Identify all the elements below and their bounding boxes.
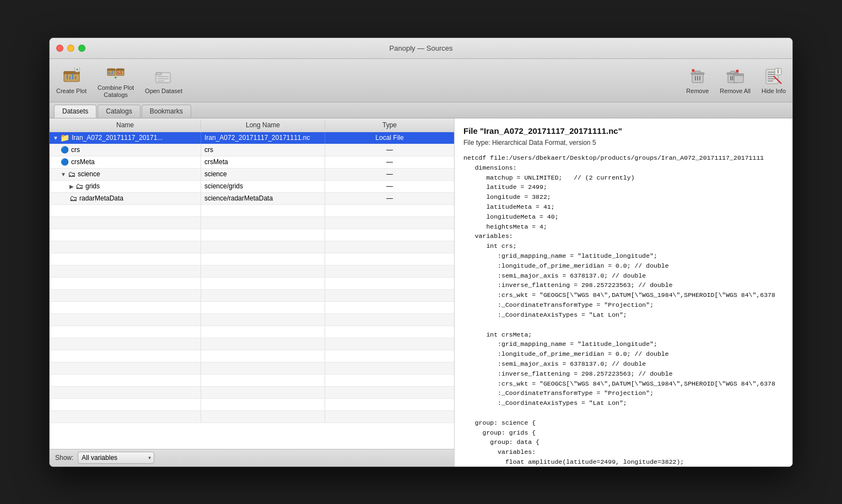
svg-rect-26 [695, 71, 700, 73]
open-dataset-icon [153, 66, 174, 86]
tree-row-empty [50, 265, 454, 278]
tree-cell-type: — [325, 181, 454, 192]
tree-row[interactable]: 🗂 radarMetaData science/radarMetaData — [50, 193, 454, 205]
tree-row-empty [50, 387, 454, 399]
tabs-bar: Datasets Catalogs Bookmarks [50, 102, 792, 118]
tree-row-empty [50, 314, 454, 326]
tree-row-empty [50, 302, 454, 314]
create-plot-button[interactable]: + Create Plot [56, 66, 87, 95]
combine-plot-button[interactable]: + Combine Plot Catalogs [98, 62, 134, 99]
open-dataset-button[interactable]: Open Dataset [145, 66, 182, 95]
tree-row-empty [50, 350, 454, 362]
remove-all-label: Remove All [720, 88, 751, 95]
window-title: Panoply — Sources [390, 44, 453, 52]
svg-rect-20 [156, 73, 161, 75]
expand-arrow-icon: ▶ [69, 183, 74, 189]
svg-rect-23 [158, 80, 164, 82]
svg-rect-11 [116, 69, 124, 71]
svg-text:i: i [778, 68, 779, 74]
svg-rect-43 [768, 80, 773, 82]
tree-row-empty [50, 375, 454, 387]
tree-row-empty [50, 229, 454, 241]
group-icon: 🗂 [68, 170, 75, 178]
group-icon: 🗂 [69, 194, 77, 203]
tree-cell-name: 🗂 radarMetaData [50, 193, 201, 204]
tab-catalogs[interactable]: Catalogs [98, 105, 140, 118]
info-code: netcdf file:/Users/dbekaert/Desktop/prod… [463, 153, 784, 467]
remove-all-icon [725, 66, 746, 86]
tree-cell-name: 🔵 crsMeta [50, 156, 201, 168]
combine-plot-label: Combine Plot Catalogs [98, 84, 134, 99]
tree-cell-name: ▶ 🗂 grids [50, 181, 201, 192]
tree-cell-name: ▼ 📁 Iran_A072_20171117_20171... [50, 132, 201, 144]
tree-row-empty [50, 253, 454, 265]
tab-bookmarks[interactable]: Bookmarks [142, 105, 191, 118]
show-select-wrapper[interactable]: All variables Coordinate variables Data … [78, 452, 154, 464]
titlebar: Panoply — Sources [50, 38, 792, 59]
svg-rect-36 [734, 75, 743, 83]
close-button[interactable] [56, 45, 63, 52]
remove-icon [687, 66, 708, 86]
info-panel: File "Iran_A072_20171117_20171111.nc" Fi… [455, 118, 792, 467]
tree-row[interactable]: 🔵 crs crs — [50, 144, 454, 156]
info-filetype: File type: Hierarchical Data Format, ver… [463, 139, 784, 147]
variable-icon: 🔵 [61, 158, 69, 166]
tree-row[interactable]: ▶ 🗂 grids science/grids — [50, 181, 454, 193]
bottom-bar: Show: All variables Coordinate variables… [50, 449, 454, 467]
hide-info-button[interactable]: i Hide Info [762, 66, 786, 95]
expand-arrow-icon: ▼ [61, 171, 66, 177]
tree-row[interactable]: ▼ 📁 Iran_A072_20171117_20171... Iran_A07… [50, 132, 454, 144]
remove-label: Remove [686, 88, 709, 95]
show-label: Show: [55, 454, 73, 462]
tree-row-empty [50, 411, 454, 423]
tab-datasets[interactable]: Datasets [54, 105, 96, 118]
expand-arrow-icon: ▼ [53, 135, 58, 141]
tree-cell-name: 🔵 crs [50, 144, 201, 156]
col-type: Type [325, 120, 454, 130]
remove-button[interactable]: Remove [686, 66, 709, 95]
svg-rect-9 [107, 69, 115, 71]
tree-cell-longname: science [201, 169, 325, 180]
svg-rect-41 [768, 76, 774, 77]
tree-row-empty [50, 338, 454, 350]
tree-cell-longname: science/radarMetaData [201, 193, 325, 204]
combine-plot-icon: + [105, 62, 126, 83]
tree-header: Name Long Name Type [50, 118, 454, 132]
tree-row-empty [50, 278, 454, 290]
minimize-button[interactable] [67, 45, 74, 52]
show-select[interactable]: All variables Coordinate variables Data … [78, 452, 154, 464]
svg-rect-32 [731, 71, 735, 73]
main-window: Panoply — Sources + Create Plot [49, 37, 793, 467]
tree-row-empty [50, 205, 454, 217]
create-plot-label: Create Plot [56, 88, 87, 95]
svg-text:+: + [75, 67, 78, 72]
tree-cell-type: — [325, 169, 454, 180]
variable-icon: 🔵 [61, 146, 69, 154]
toolbar-right: Remove [686, 66, 786, 95]
remove-all-button[interactable]: Remove All [720, 66, 751, 95]
col-longname: Long Name [201, 120, 325, 130]
tree-cell-type: Local File [325, 132, 454, 144]
create-plot-icon: + [61, 66, 82, 86]
hide-info-icon: i [763, 66, 784, 86]
main-content: Name Long Name Type ▼ 📁 Iran_A072_201711… [50, 118, 792, 467]
tree-cell-type: — [325, 156, 454, 168]
tree-cell-type: — [325, 144, 454, 156]
tree-row-empty [50, 290, 454, 302]
tree-row[interactable]: 🔵 crsMeta crsMeta — [50, 156, 454, 169]
tree-cell-longname: crs [201, 144, 325, 156]
svg-rect-22 [158, 78, 169, 79]
svg-rect-42 [768, 78, 775, 79]
maximize-button[interactable] [78, 45, 85, 52]
window-controls [50, 45, 85, 52]
tree-row-empty [50, 399, 454, 411]
left-panel: Name Long Name Type ▼ 📁 Iran_A072_201711… [50, 118, 455, 467]
tree-cell-type: — [325, 193, 454, 204]
tree-cell-longname: science/grids [201, 181, 325, 192]
tree-row-empty [50, 326, 454, 338]
tree-row[interactable]: ▼ 🗂 science science — [50, 169, 454, 181]
tree-body: ▼ 📁 Iran_A072_20171117_20171... Iran_A07… [50, 132, 454, 449]
col-name: Name [50, 120, 201, 130]
open-dataset-label: Open Dataset [145, 88, 182, 95]
tree-cell-name: ▼ 🗂 science [50, 169, 201, 180]
